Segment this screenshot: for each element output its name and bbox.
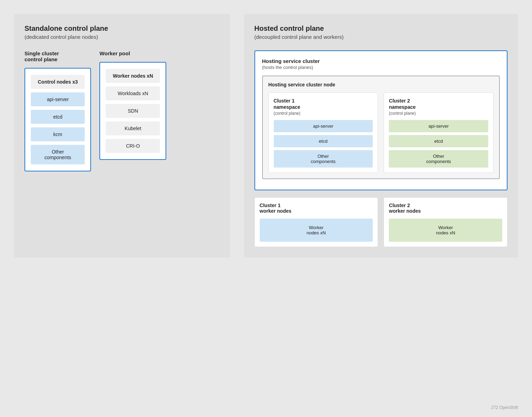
standalone-subtitle: (dedicated control plane nodes): [24, 34, 219, 40]
hosting-cluster-title: Hosting service cluster: [262, 58, 500, 64]
cluster1-workers: Cluster 1 worker nodes Worker nodes xN: [254, 197, 378, 247]
hosting-node-box: Hosting service cluster node Cluster 1 n…: [262, 76, 500, 179]
worker-section: Cluster 1 worker nodes Worker nodes xN C…: [254, 197, 507, 247]
other-components-item: Other components: [31, 145, 85, 164]
cluster2-api-server: api-server: [389, 120, 488, 132]
hosting-node-title: Hosting service cluster node: [268, 82, 493, 87]
cluster1-etcd: etcd: [274, 135, 373, 147]
cluster1-worker-nodes: Worker nodes xN: [260, 219, 373, 242]
control-nodes-label: Control nodes x3: [31, 75, 85, 89]
standalone-content: Single cluster control plane Control nod…: [24, 50, 219, 171]
cluster1-label: Cluster 1 namespace: [274, 98, 373, 110]
sdn-item: SDN: [106, 104, 160, 118]
worker-pool-box: Worker nodes xN Workloads xN SDN Kubelet…: [99, 62, 166, 160]
namespaces-row: Cluster 1 namespace (control plane) api-…: [268, 92, 493, 173]
crio-item: CRI-O: [106, 139, 160, 153]
worker-pool-title: Worker pool: [99, 50, 166, 56]
single-cluster-section: Single cluster control plane Control nod…: [24, 50, 91, 171]
cluster2-label: Cluster 2 namespace: [389, 98, 488, 110]
single-cluster-title: Single cluster control plane: [24, 50, 91, 62]
main-layout: Standalone control plane (dedicated cont…: [14, 14, 518, 257]
hosting-cluster-subtitle: (hosts the control planes): [262, 65, 500, 70]
cluster2-namespace: Cluster 2 namespace (control plane) api-…: [384, 92, 493, 173]
cluster2-other-components: Other components: [389, 150, 488, 168]
cluster1-sublabel: (control plane): [274, 111, 373, 116]
cluster2-etcd: etcd: [389, 135, 488, 147]
worker-pool-section: Worker pool Worker nodes xN Workloads xN…: [99, 50, 166, 171]
hosted-title: Hosted control plane: [254, 24, 507, 33]
workloads-item: Workloads xN: [106, 86, 160, 100]
cluster1-workers-title: Cluster 1 worker nodes: [260, 203, 373, 214]
cluster1-namespace: Cluster 1 namespace (control plane) api-…: [268, 92, 378, 173]
standalone-panel: Standalone control plane (dedicated cont…: [14, 14, 230, 257]
standalone-title: Standalone control plane: [24, 24, 219, 33]
hosting-cluster-box: Hosting service cluster (hosts the contr…: [254, 50, 507, 190]
hosted-panel: Hosted control plane (decoupled control …: [244, 14, 518, 257]
etcd-item: etcd: [31, 110, 85, 124]
kubelet-item: Kubelet: [106, 121, 160, 135]
watermark: 272 OpenShift: [491, 405, 518, 410]
cluster2-workers: Cluster 2 worker nodes Worker nodes xN: [384, 197, 507, 247]
kcm-item: kcm: [31, 127, 85, 141]
single-cluster-box: Control nodes x3 api-server etcd kcm Oth…: [24, 68, 91, 171]
cluster1-other-components: Other components: [274, 150, 373, 168]
cluster2-sublabel: (control plane): [389, 111, 488, 116]
worker-nodes-label: Worker nodes xN: [106, 69, 160, 83]
cluster2-worker-nodes: Worker nodes xN: [389, 219, 502, 242]
cluster2-workers-title: Cluster 2 worker nodes: [389, 203, 502, 214]
api-server-item: api-server: [31, 92, 85, 106]
cluster1-api-server: api-server: [274, 120, 373, 132]
hosted-subtitle: (decoupled control plane and workers): [254, 34, 507, 40]
